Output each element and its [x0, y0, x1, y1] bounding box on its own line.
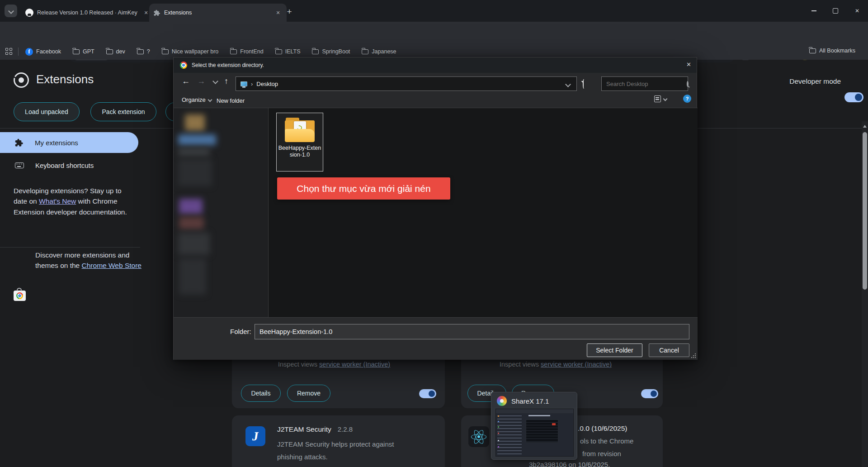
extensions-page-logo-icon [14, 72, 29, 88]
browser-window: Release Version 1.0 Released · AimKey ✕ … [0, 0, 868, 467]
dialog-close-icon[interactable]: ✕ [686, 61, 691, 68]
dialog-history-chevron-icon[interactable] [212, 78, 218, 84]
developer-mode-toggle[interactable] [844, 92, 863, 102]
tab-extensions[interactable]: Extensions ✕ [149, 4, 287, 22]
folder-name-input[interactable] [255, 324, 689, 339]
j2team-extension-icon: J [245, 426, 265, 446]
remove-button[interactable]: Remove [287, 385, 330, 402]
tab-bar: Release Version 1.0 Released · AimKey ✕ … [0, 0, 868, 22]
tab-close-icon[interactable]: ✕ [274, 9, 282, 17]
sharex-taskbar-preview[interactable]: ShareX 17.1 [491, 392, 577, 460]
preview-dot [498, 440, 499, 441]
blurred-item [179, 217, 204, 229]
inspect-views-line: Inspect views service worker (Inactive) [500, 361, 612, 368]
folder-icon [809, 48, 816, 53]
bookmark-folder-springboot[interactable]: SpringBoot [312, 48, 350, 55]
new-tab-button[interactable]: + [283, 5, 296, 18]
pack-extension-button[interactable]: Pack extension [90, 102, 156, 121]
chrome-logo-icon [180, 62, 187, 69]
view-mode-button[interactable] [654, 95, 667, 102]
extension-enabled-toggle[interactable] [641, 389, 658, 398]
extension-enabled-toggle[interactable] [419, 389, 436, 398]
maximize-button[interactable] [825, 0, 846, 22]
folder-tile-beehappy[interactable]: BeeHappy-Extension-1.0 [276, 113, 323, 172]
close-window-button[interactable]: ✕ [846, 0, 868, 22]
address-breadcrumb-bar[interactable]: › Desktop [236, 76, 577, 91]
service-worker-link[interactable]: service worker (Inactive) [541, 361, 612, 368]
search-box[interactable] [601, 76, 688, 91]
bookmark-folder-question[interactable]: ? [137, 48, 150, 55]
extension-description-fragment: from revision [582, 450, 621, 457]
extension-description-fragment: 3b2a398106 on 10/6/2025. [529, 461, 610, 467]
sharex-header: ShareX 17.1 [497, 396, 549, 406]
puzzle-icon [15, 138, 24, 147]
blurred-item [178, 134, 216, 145]
dialog-forward-icon[interactable]: → [197, 77, 205, 85]
tab-search-button[interactable] [5, 5, 17, 17]
dialog-title: Select the extension directory. [192, 62, 264, 68]
github-favicon-icon [25, 9, 33, 17]
sidebar-item-keyboard-shortcuts[interactable]: Keyboard shortcuts [0, 156, 138, 175]
breadcrumb-separator-icon: › [251, 81, 253, 87]
details-button[interactable]: Details [241, 385, 281, 402]
scrollbar-up-arrow-icon[interactable] [863, 125, 867, 128]
address-dropdown-chevron-icon[interactable] [565, 81, 571, 87]
bookmark-folder-wallpaper[interactable]: Nice wallpaper bro [162, 48, 219, 55]
load-unpacked-button[interactable]: Load unpacked [14, 102, 80, 121]
apps-grid-icon[interactable] [5, 48, 12, 55]
dialog-files-area[interactable]: BeeHappy-Extension-1.0 Chọn thư mục vừa … [269, 108, 698, 317]
organize-menu[interactable]: Organize [182, 96, 212, 103]
preview-menu-list [497, 415, 522, 454]
dialog-refresh-icon[interactable] [583, 79, 585, 89]
cancel-button[interactable]: Cancel [649, 343, 689, 357]
dialog-bottom-bar: Folder: Select Folder Cancel [174, 317, 698, 360]
keyboard-icon [15, 162, 24, 168]
folder-icon [73, 49, 80, 54]
blurred-item [178, 233, 210, 255]
bookmark-folder-ielts[interactable]: IELTS [275, 48, 301, 55]
select-directory-dialog: Select the extension directory. ✕ ← → ↑ … [173, 57, 697, 360]
whats-new-link[interactable]: What's New [39, 197, 76, 205]
minimize-button[interactable] [803, 0, 825, 22]
developer-mode-label: Developer mode [769, 77, 841, 86]
bookmark-folder-japanese[interactable]: Japanese [362, 48, 396, 55]
sidebar-item-my-extensions[interactable]: My extensions [0, 132, 138, 153]
sharex-title: ShareX 17.1 [511, 397, 549, 405]
chrome-logo-icon [16, 292, 23, 299]
bookmark-folder-dev[interactable]: dev [106, 48, 125, 55]
blurred-item [179, 258, 206, 295]
dialog-back-icon[interactable]: ← [182, 77, 190, 85]
search-input[interactable] [602, 80, 687, 88]
dialog-up-icon[interactable]: ↑ [224, 77, 228, 85]
tab-github[interactable]: Release Version 1.0 Released · AimKey ✕ [21, 4, 155, 22]
help-icon[interactable]: ? [683, 95, 691, 103]
folder-icon [230, 49, 237, 54]
blurred-item [178, 148, 210, 156]
dialog-title-bar[interactable]: Select the extension directory. ✕ [174, 57, 697, 73]
preview-filename-bar [528, 415, 550, 416]
bookmark-folder-frontend[interactable]: FrontEnd [230, 48, 263, 55]
bookmark-facebook[interactable]: fFacebook [25, 48, 61, 56]
folder-icon [285, 118, 315, 142]
page-scrollbar[interactable] [862, 121, 868, 467]
folder-icon [362, 49, 368, 54]
search-icon [687, 81, 689, 87]
folder-icon [275, 49, 282, 54]
bookmark-folder-gpt[interactable]: GPT [73, 48, 94, 55]
new-folder-button[interactable]: New folder [217, 96, 245, 105]
this-pc-icon [241, 81, 247, 86]
extension-name-line: J2TEAM Security2.2.8 [277, 425, 353, 434]
select-folder-button[interactable]: Select Folder [587, 343, 642, 357]
all-bookmarks-button[interactable]: All Bookmarks [809, 48, 855, 54]
breadcrumb-location[interactable]: Desktop [256, 81, 278, 87]
folder-tile-label: BeeHappy-Extension-1.0 [278, 145, 321, 158]
resize-grip[interactable] [690, 353, 696, 358]
chrome-web-store-link[interactable]: Chrome Web Store [82, 262, 142, 269]
chevron-down-icon [8, 8, 14, 14]
sharex-window-preview[interactable] [495, 409, 574, 457]
inspect-views-line: Inspect views service worker (Inactive) [278, 361, 390, 368]
dialog-sidebar-pane[interactable] [174, 108, 268, 317]
folder-field-label: Folder: [230, 328, 251, 335]
scrollbar-thumb[interactable] [863, 132, 867, 290]
service-worker-link[interactable]: service worker (Inactive) [319, 361, 390, 368]
